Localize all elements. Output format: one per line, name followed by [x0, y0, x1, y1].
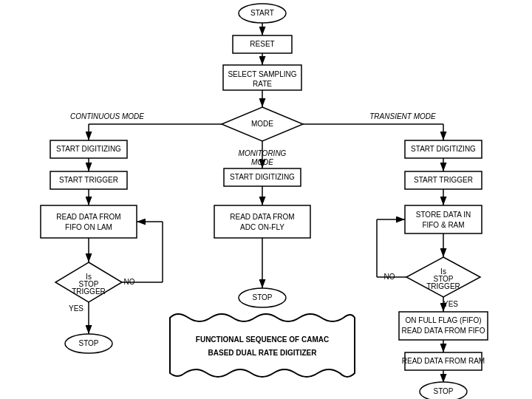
select-label1: SELECT SAMPLING [228, 70, 296, 78]
select-label2: RATE [253, 80, 272, 88]
start-trigger-right-label: START TRIGGER [414, 176, 473, 184]
continuous-mode-label: CONTINUOUS MODE [70, 112, 144, 120]
stop-left-label: STOP [78, 339, 98, 347]
read-adc-label2: ADC ON-FLY [240, 223, 284, 231]
stop-trigger-left3: TRIGGER [72, 287, 106, 296]
yes-left: YES [69, 304, 83, 313]
stop-trigger-right3: TRIGGER [426, 282, 460, 290]
start-digitizing-left-label: START DIGITIZING [56, 145, 121, 153]
read-fifo-label2: FIFO ON LAM [65, 223, 112, 231]
no-left: NO [124, 278, 135, 286]
store-data-label2: FIFO & RAM [422, 221, 464, 229]
read-adc-node [214, 205, 310, 238]
stop-right-label: STOP [433, 387, 453, 395]
start-digitizing-right-label: START DIGITIZING [411, 145, 476, 153]
yes-right: YES [443, 300, 458, 308]
no-right: NO [384, 273, 395, 281]
store-data-label1: STORE DATA IN [416, 211, 471, 219]
read-ram-label: READ DATA FROM RAM [402, 357, 485, 365]
transient-mode-label: TRANSIENT MODE [369, 112, 436, 120]
full-flag-label1: ON FULL FLAG (FIFO) [406, 316, 482, 324]
read-fifo-node [41, 205, 137, 238]
read-adc-label1: READ DATA FROM [230, 213, 294, 221]
caption2: BASED DUAL RATE DIGITIZER [208, 349, 318, 357]
read-fifo-label1: READ DATA FROM [56, 213, 120, 221]
stop-mid-label: STOP [252, 293, 272, 301]
mode-label: MODE [251, 120, 273, 128]
reset-label: RESET [250, 40, 274, 48]
start-digitizing-mid-label: START DIGITIZING [230, 173, 295, 181]
caption1: FUNCTIONAL SEQUENCE OF CAMAC [196, 335, 329, 344]
start-label: START [250, 9, 274, 17]
full-flag-label2: READ DATA FROM FIFO [402, 327, 485, 335]
start-trigger-left-label: START TRIGGER [59, 176, 118, 184]
wave-banner [170, 314, 355, 377]
